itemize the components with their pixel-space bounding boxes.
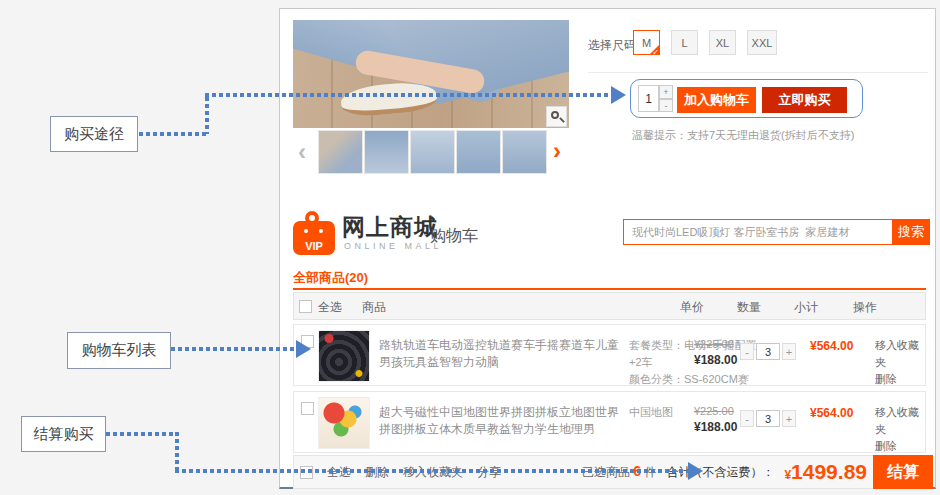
row-qty-value[interactable]: 3 [756, 343, 780, 360]
section-underline [293, 288, 926, 290]
delete-link[interactable]: 删除 [875, 371, 925, 388]
cart-row-1: 路轨轨道车电动遥控轨道赛车手摇赛道车儿童男孩玩具益智智力动脑 套餐类型：电动+手… [293, 324, 926, 386]
thumbnail-5[interactable] [502, 130, 547, 174]
column-select-all: 全选 [318, 299, 342, 316]
row-subtotal: ¥564.00 [810, 339, 853, 353]
column-subtotal: 小计 [794, 299, 818, 316]
thumbnail-1[interactable] [318, 130, 363, 174]
zoom-button[interactable] [546, 106, 567, 127]
magnifier-handle [559, 117, 565, 123]
row-actions: 移入收藏夹 删除 [875, 337, 925, 388]
check-icon: ✓ [652, 48, 659, 57]
delete-link[interactable]: 删除 [875, 438, 925, 455]
checkout-button[interactable]: 结算 [873, 455, 933, 489]
row-qty-decrease-button[interactable]: - [740, 410, 754, 427]
size-option-xl[interactable]: XL [709, 30, 736, 55]
move-to-favorites-link[interactable]: 移入收藏夹 [875, 404, 925, 438]
annotation-cart-list: 购物车列表 [67, 332, 171, 369]
product-image-china-map[interactable] [318, 397, 370, 449]
annotation-line [171, 347, 297, 351]
row-subtotal: ¥564.00 [810, 406, 853, 420]
annotation-line [175, 432, 179, 472]
brand-title[interactable]: 网上商城 [342, 212, 438, 243]
bag-eye [304, 229, 308, 233]
annotation-line [106, 432, 178, 436]
annotation-arrow-icon [688, 462, 703, 480]
search-input[interactable] [623, 219, 892, 245]
vip-label: VIP [293, 240, 335, 252]
row-actions: 移入收藏夹 删除 [875, 404, 925, 455]
annotation-purchase-path: 购买途径 [50, 116, 138, 152]
column-unit-price: 单价 [680, 299, 704, 316]
quantity-decrease-button[interactable]: - [659, 99, 673, 112]
page-title: 购物车 [430, 226, 478, 247]
thumbnail-2[interactable] [364, 130, 409, 174]
size-label: 选择尺码: [588, 37, 639, 54]
annotation-line [175, 469, 689, 473]
annotation-arrow-icon [611, 86, 626, 104]
product-main-image[interactable] [293, 20, 569, 128]
column-product: 商品 [362, 299, 386, 316]
stage: ‹ › 选择尺码: M ✓ L XL XXL + - 加入购物车 立即购买 温馨… [0, 0, 940, 495]
row-qty-increase-button[interactable]: + [782, 343, 796, 360]
product-image-race-track[interactable] [318, 330, 370, 382]
quantity-increase-button[interactable]: + [659, 85, 673, 99]
buy-now-button[interactable]: 立即购买 [762, 87, 847, 113]
row-qty-decrease-button[interactable]: - [740, 343, 754, 360]
thumbnail-4[interactable] [456, 130, 501, 174]
cart-section-title: 全部商品(20) [293, 269, 368, 287]
quantity-input[interactable] [638, 85, 659, 112]
total-amount: ¥1499.89 [784, 460, 867, 484]
size-option-m[interactable]: M ✓ [633, 30, 660, 55]
column-actions: 操作 [853, 299, 877, 316]
annotation-line [205, 93, 612, 97]
add-to-cart-button[interactable]: 加入购物车 [677, 87, 756, 113]
select-all-checkbox[interactable] [299, 300, 312, 313]
cart-row-2: 超大号磁性中国地图世界拼图拼板立地图世界拼图拼板立体木质早教益智力学生地理男 中… [293, 391, 926, 453]
search-button[interactable]: 搜索 [892, 219, 930, 245]
bag-eye [319, 229, 323, 233]
annotation-arrow-icon [296, 340, 311, 358]
brand-subtitle: ONLINE MALL [344, 241, 442, 251]
divider [588, 72, 928, 73]
thumbs-prev-icon[interactable]: ‹ [298, 140, 306, 164]
decor-sandal [340, 80, 438, 118]
thumbs-next-icon[interactable]: › [553, 139, 561, 163]
shop-logo[interactable]: VIP [293, 211, 335, 255]
annotation-line [205, 97, 209, 134]
bag-icon: VIP [293, 221, 335, 255]
cart-table-header [293, 292, 926, 320]
product-title[interactable]: 超大号磁性中国地图世界拼图拼板立地图世界拼图拼板立体木质早教益智力学生地理男 [379, 404, 623, 438]
return-policy-tip: 温馨提示：支持7天无理由退货(拆封后不支持) [632, 128, 854, 143]
move-to-favorites-link[interactable]: 移入收藏夹 [875, 337, 925, 371]
column-quantity: 数量 [737, 299, 761, 316]
row-qty-increase-button[interactable]: + [782, 410, 796, 427]
size-option-xxl[interactable]: XXL [747, 30, 777, 55]
total-value: 1499.89 [791, 460, 867, 483]
magnifier-icon [551, 111, 559, 119]
product-title[interactable]: 路轨轨道车电动遥控轨道赛车手摇赛道车儿童男孩玩具益智智力动脑 [379, 337, 623, 371]
size-option-l[interactable]: L [671, 30, 698, 55]
row-qty-value[interactable]: 3 [756, 410, 780, 427]
annotation-line [139, 132, 207, 136]
row-checkbox[interactable] [301, 402, 314, 415]
annotation-checkout: 结算购买 [21, 416, 106, 452]
thumbnail-3[interactable] [410, 130, 455, 174]
